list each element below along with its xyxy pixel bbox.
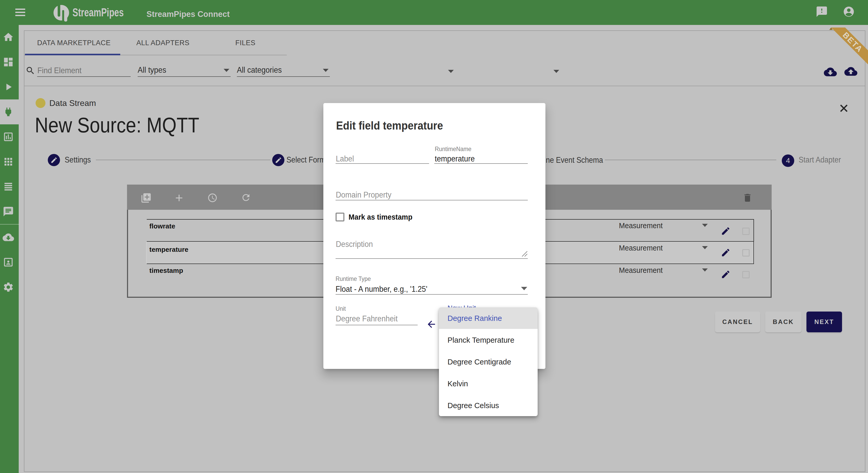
svg-text:BETA: BETA xyxy=(841,30,865,54)
